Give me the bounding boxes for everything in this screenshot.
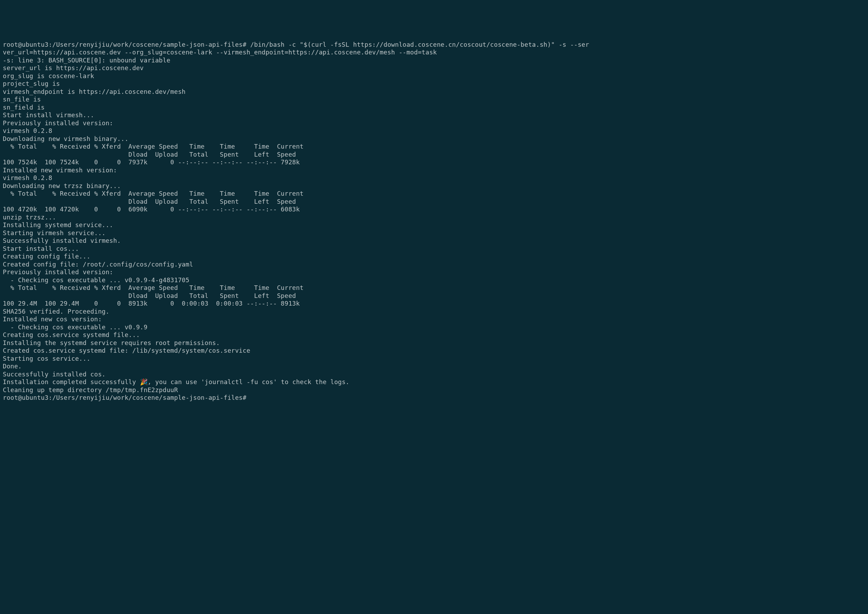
terminal-line: Successfully installed virmesh. [3, 237, 865, 245]
terminal-line: Dload Upload Total Spent Left Speed [3, 198, 865, 206]
terminal-line: virmesh_endpoint is https://api.coscene.… [3, 88, 865, 96]
terminal-line: Installing systemd service... [3, 221, 865, 229]
terminal-line: Dload Upload Total Spent Left Speed [3, 151, 865, 159]
terminal-line: ver_url=https://api.coscene.dev --org_sl… [3, 48, 865, 56]
terminal-line: 100 7524k 100 7524k 0 0 7937k 0 --:--:--… [3, 158, 865, 166]
terminal-line: Installed new cos version: [3, 315, 865, 323]
terminal-line: Previously installed version: [3, 268, 865, 276]
terminal-line: Created config file: /root/.config/cos/c… [3, 260, 865, 268]
terminal-line: -s: line 3: BASH_SOURCE[0]: unbound vari… [3, 56, 865, 65]
terminal-line: 100 29.4M 100 29.4M 0 0 8913k 0 0:00:03 … [3, 300, 865, 308]
terminal-output[interactable]: root@ubuntu3:/Users/renyijiu/work/coscen… [0, 39, 868, 405]
terminal-line: Installing the systemd service requires … [3, 339, 865, 347]
terminal-line: root@ubuntu3:/Users/renyijiu/work/coscen… [3, 394, 865, 402]
terminal-line: - Checking cos executable ... v0.9.9-4-g… [3, 276, 865, 284]
terminal-line: Installed new virmesh version: [3, 166, 865, 174]
terminal-line: project_slug is [3, 80, 865, 88]
terminal-line: Previously installed version: [3, 119, 865, 127]
terminal-line: Start install virmesh... [3, 111, 865, 119]
terminal-line: Done. [3, 363, 865, 371]
terminal-line: Start install cos... [3, 245, 865, 253]
terminal-line: sn_field is [3, 104, 865, 112]
terminal-line: Starting cos service... [3, 355, 865, 363]
terminal-line: root@ubuntu3:/Users/renyijiu/work/coscen… [3, 41, 865, 49]
terminal-line: unzip trzsz... [3, 214, 865, 222]
terminal-line: Created cos.service systemd file: /lib/s… [3, 347, 865, 355]
terminal-line: % Total % Received % Xferd Average Speed… [3, 284, 865, 292]
terminal-line: Downloading new virmesh binary... [3, 135, 865, 143]
terminal-line: Installation completed successfully 🎉, y… [3, 378, 865, 386]
terminal-line: Starting virmesh service... [3, 229, 865, 237]
terminal-line: org_slug is coscene-lark [3, 72, 865, 80]
terminal-line: sn_file is [3, 96, 865, 104]
terminal-line: - Checking cos executable ... v0.9.9 [3, 323, 865, 332]
terminal-line: Creating cos.service systemd file... [3, 331, 865, 339]
terminal-line: 100 4720k 100 4720k 0 0 6090k 0 --:--:--… [3, 205, 865, 214]
terminal-line: server_url is https://api.coscene.dev [3, 64, 865, 72]
terminal-line: % Total % Received % Xferd Average Speed… [3, 190, 865, 198]
terminal-line: Dload Upload Total Spent Left Speed [3, 292, 865, 300]
terminal-line: Cleaning up temp directory /tmp/tmp.fnE2… [3, 386, 865, 394]
terminal-line: SHA256 verified. Proceeding. [3, 308, 865, 316]
terminal-line: % Total % Received % Xferd Average Speed… [3, 143, 865, 151]
terminal-line: Downloading new trzsz binary... [3, 182, 865, 190]
terminal-line: virmesh 0.2.8 [3, 127, 865, 135]
terminal-line: virmesh 0.2.8 [3, 174, 865, 182]
terminal-line: Successfully installed cos. [3, 371, 865, 378]
terminal-line: Creating config file... [3, 253, 865, 260]
